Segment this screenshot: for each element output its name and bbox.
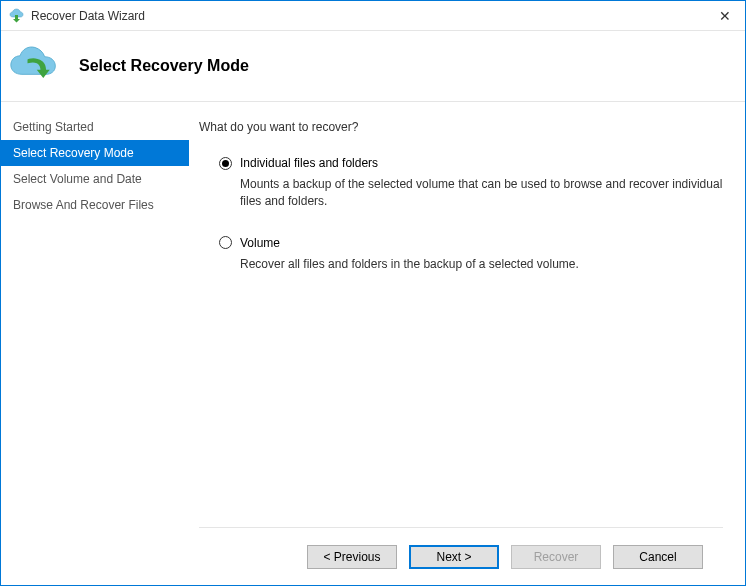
option-volume: Volume Recover all files and folders in … <box>199 236 723 273</box>
page-title: Select Recovery Mode <box>79 57 249 75</box>
radio-volume[interactable] <box>219 236 232 249</box>
option-individual-files: Individual files and folders Mounts a ba… <box>199 156 723 210</box>
option-label-volume[interactable]: Volume <box>240 236 280 250</box>
main-panel: What do you want to recover? Individual … <box>189 102 745 585</box>
wizard-window: Recover Data Wizard ✕ Select Recovery Mo… <box>0 0 746 586</box>
app-icon <box>9 8 25 24</box>
header: Select Recovery Mode <box>1 31 745 101</box>
titlebar: Recover Data Wizard ✕ <box>1 1 745 31</box>
radio-individual-files[interactable] <box>219 157 232 170</box>
step-select-recovery-mode[interactable]: Select Recovery Mode <box>1 140 189 166</box>
cancel-button[interactable]: Cancel <box>613 545 703 569</box>
step-select-volume-date[interactable]: Select Volume and Date <box>1 166 189 192</box>
next-button[interactable]: Next > <box>409 545 499 569</box>
close-button[interactable]: ✕ <box>705 1 745 31</box>
step-browse-recover-files[interactable]: Browse And Recover Files <box>1 192 189 218</box>
sidebar: Getting Started Select Recovery Mode Sel… <box>1 102 189 585</box>
window-title: Recover Data Wizard <box>31 9 705 23</box>
recovery-icon <box>9 41 59 91</box>
option-desc-volume: Recover all files and folders in the bac… <box>240 256 723 273</box>
step-getting-started[interactable]: Getting Started <box>1 114 189 140</box>
close-icon: ✕ <box>719 8 731 24</box>
radio-row-volume[interactable]: Volume <box>219 236 723 250</box>
recover-button: Recover <box>511 545 601 569</box>
footer-buttons: < Previous Next > Recover Cancel <box>199 527 723 585</box>
content-area: Getting Started Select Recovery Mode Sel… <box>1 101 745 585</box>
radio-row-files[interactable]: Individual files and folders <box>219 156 723 170</box>
question-text: What do you want to recover? <box>199 120 723 134</box>
option-label-files[interactable]: Individual files and folders <box>240 156 378 170</box>
previous-button[interactable]: < Previous <box>307 545 397 569</box>
option-desc-files: Mounts a backup of the selected volume t… <box>240 176 723 210</box>
